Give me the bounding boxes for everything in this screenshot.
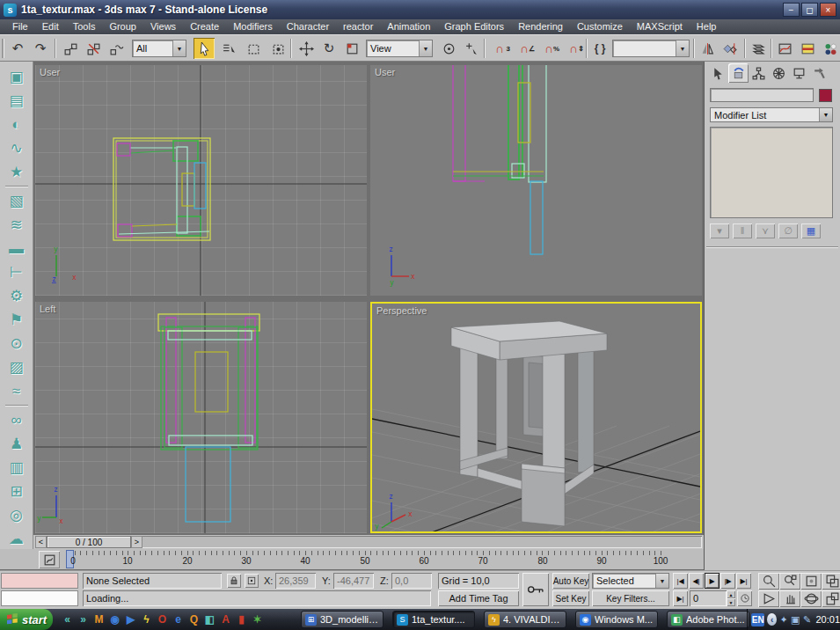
- menu-animation[interactable]: Animation: [380, 19, 437, 34]
- reference-coordinate-dropdown[interactable]: View ▼: [366, 40, 433, 57]
- next-frame-button[interactable]: |▶: [720, 573, 735, 589]
- pan-hand-icon[interactable]: [779, 590, 800, 607]
- window-crossing-icon[interactable]: [267, 38, 289, 59]
- menu-character[interactable]: Character: [280, 19, 336, 34]
- show-end-result-icon[interactable]: ‖: [733, 223, 752, 238]
- motion-tab[interactable]: [769, 63, 789, 83]
- rope-collection-icon[interactable]: ∿: [4, 136, 30, 160]
- bind-to-space-warp-icon[interactable]: [106, 38, 127, 59]
- viewport-label[interactable]: User: [375, 67, 395, 77]
- zoom-icon[interactable]: [758, 573, 779, 590]
- close-button[interactable]: ×: [820, 3, 836, 17]
- named-selection-dropdown[interactable]: ▼: [612, 40, 690, 57]
- hide-tray-icons-button[interactable]: ‹: [767, 613, 777, 626]
- select-and-move-icon[interactable]: [296, 38, 317, 59]
- internet-explorer-icon[interactable]: e: [171, 612, 186, 627]
- opera-icon[interactable]: O: [155, 612, 170, 627]
- viewport-user-top-right[interactable]: User z x: [370, 65, 702, 296]
- media-play-icon[interactable]: ▶: [123, 612, 138, 627]
- undo-icon[interactable]: ↶: [7, 38, 28, 59]
- render-scene-icon[interactable]: [797, 38, 818, 59]
- curve-editor-icon[interactable]: [774, 38, 795, 59]
- soft-body-modifier-icon[interactable]: ⊞: [4, 480, 30, 503]
- open-mini-curve-editor-button[interactable]: [39, 551, 60, 568]
- rigid-body-collection-icon[interactable]: ▣: [4, 65, 30, 89]
- select-and-manipulate-icon[interactable]: [461, 38, 482, 59]
- viewport-label[interactable]: Left: [40, 304, 55, 314]
- z-coordinate-field[interactable]: 0,0: [391, 573, 432, 589]
- snap-toggle-icon[interactable]: ∩3: [489, 38, 510, 59]
- menu-reactor[interactable]: reactor: [336, 19, 380, 34]
- ragdoll-icon[interactable]: ♟: [4, 432, 30, 456]
- configure-modifier-sets-icon[interactable]: ▦: [801, 223, 821, 238]
- restore-button[interactable]: ◻: [801, 3, 818, 17]
- make-unique-icon[interactable]: ⋎: [756, 223, 775, 238]
- previous-frame-button[interactable]: ◀|: [689, 573, 704, 589]
- taskbar-task-windows-media[interactable]: ◉ Windows M...: [575, 611, 658, 628]
- time-configuration-icon[interactable]: [737, 590, 752, 606]
- deforming-mesh-collection-icon[interactable]: ★: [4, 160, 30, 184]
- language-indicator[interactable]: EN: [751, 613, 764, 626]
- utilities-tab[interactable]: [809, 63, 829, 83]
- menu-help[interactable]: Help: [690, 19, 724, 34]
- frame-spinner[interactable]: ▲ ▼: [727, 590, 735, 606]
- windows-media-player-icon[interactable]: ◉: [107, 612, 122, 627]
- select-and-rotate-icon[interactable]: ↻: [318, 38, 340, 59]
- plane-icon[interactable]: ▧: [4, 189, 30, 213]
- modify-tab[interactable]: [728, 63, 749, 83]
- start-button[interactable]: start: [0, 609, 53, 630]
- taskbar-task-3d-modelling[interactable]: ⊞ 3D_modelling: [301, 611, 383, 628]
- menu-views[interactable]: Views: [143, 19, 183, 34]
- zoom-extents-icon[interactable]: [800, 573, 822, 590]
- hierarchy-tab[interactable]: [749, 63, 769, 83]
- taskbar-task-1ta-textur[interactable]: S 1ta_textur....: [392, 611, 475, 628]
- menu-rendering[interactable]: Rendering: [511, 19, 570, 34]
- modifier-stack-list[interactable]: [710, 127, 833, 218]
- auto-key-button[interactable]: Auto Key: [552, 573, 589, 589]
- play-button[interactable]: ▶: [705, 573, 719, 589]
- create-tab[interactable]: [708, 63, 728, 83]
- material-editor-icon[interactable]: [820, 38, 840, 59]
- current-frame-field[interactable]: 0: [690, 590, 727, 606]
- use-pivot-point-center-icon[interactable]: [438, 38, 459, 59]
- y-coordinate-field[interactable]: -46,477: [333, 573, 374, 589]
- sketchup-icon[interactable]: ◧: [202, 612, 217, 627]
- select-by-name-icon[interactable]: [218, 38, 239, 59]
- x-coordinate-field[interactable]: 26,359: [275, 573, 316, 589]
- selection-lock-icon[interactable]: [227, 574, 241, 588]
- layer-manager-icon[interactable]: [748, 38, 769, 59]
- menu-graph-editors[interactable]: Graph Editors: [437, 19, 511, 34]
- menu-edit[interactable]: Edit: [35, 19, 66, 34]
- key-filters-button[interactable]: Key Filters...: [592, 590, 669, 606]
- tray-settings-icon[interactable]: ✦: [779, 614, 788, 626]
- show-desktop-icon[interactable]: «: [60, 612, 75, 627]
- key-mode-dropdown[interactable]: Selected ▼: [592, 573, 669, 589]
- region-zoom-icon[interactable]: [758, 590, 779, 607]
- zoom-extents-all-icon[interactable]: [822, 573, 840, 590]
- mirror-icon[interactable]: [697, 38, 718, 59]
- pin-stack-icon[interactable]: ▾: [710, 223, 729, 238]
- taskbar-task-adobe-photoshop[interactable]: ◧ Adobe Phot...: [667, 611, 749, 628]
- minimize-button[interactable]: −: [783, 3, 800, 17]
- angle-snap-toggle-icon[interactable]: ∩∠: [514, 38, 535, 59]
- maxscript-mini-listener-pink[interactable]: [1, 573, 78, 589]
- align-icon[interactable]: [719, 38, 741, 59]
- acrobat-icon[interactable]: A: [218, 612, 233, 627]
- object-color-swatch[interactable]: [819, 89, 832, 102]
- display-tab[interactable]: [789, 63, 809, 83]
- previous-frame-button[interactable]: <: [35, 536, 47, 548]
- menu-maxscript[interactable]: MAXScript: [630, 19, 690, 34]
- next-frame-button[interactable]: >: [131, 536, 142, 548]
- taskbar-task-vivaldi[interactable]: ϟ 4. VIVALDI -...: [484, 611, 566, 628]
- set-key-button[interactable]: Set Key: [552, 590, 589, 606]
- cloth-collection-icon[interactable]: ▤: [4, 89, 30, 113]
- go-to-end-button[interactable]: ▶|: [736, 573, 751, 589]
- set-key-big-button[interactable]: [522, 573, 549, 606]
- redo-icon[interactable]: ↷: [30, 38, 51, 59]
- maxthon-icon[interactable]: M: [91, 612, 106, 627]
- spinner-snap-toggle-icon[interactable]: ∩⇕: [563, 38, 584, 59]
- menu-group[interactable]: Group: [102, 19, 143, 34]
- tray-network-icon[interactable]: ▣: [791, 614, 800, 626]
- viewport-label[interactable]: Perspective: [376, 305, 427, 316]
- menu-tools[interactable]: Tools: [66, 19, 103, 34]
